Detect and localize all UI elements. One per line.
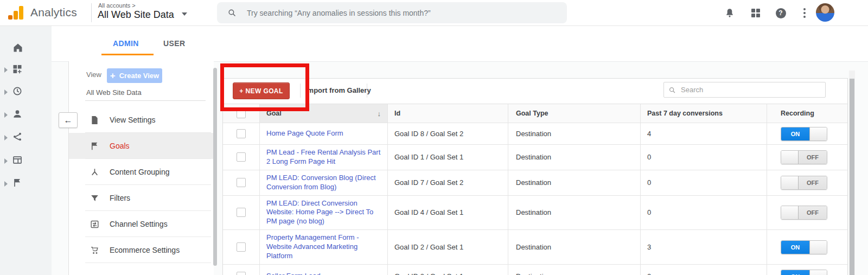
search-icon: [227, 8, 237, 17]
recording-toggle[interactable]: ON: [781, 127, 827, 141]
sidebar-item-acquisition-share[interactable]: [0, 130, 52, 145]
table-row: Property Management Form - Website Advan…: [223, 230, 847, 265]
sort-descending-icon[interactable]: ↓: [378, 110, 381, 118]
toggle-on-label: ON: [781, 241, 809, 254]
more-options-dots-icon[interactable]: [799, 7, 810, 19]
view-menu-item-view-settings[interactable]: View Settings: [69, 107, 213, 133]
collapse-back-button[interactable]: ←: [59, 112, 78, 128]
view-panel-scrollbar[interactable]: [213, 68, 217, 266]
toolbar-divider: [367, 84, 367, 98]
app-header: Analytics All accounts > All Web Site Da…: [0, 0, 868, 26]
goal-type: Destination: [516, 272, 551, 275]
clock-icon: [12, 86, 23, 99]
toggle-off-label: OFF: [799, 176, 827, 189]
recording-toggle[interactable]: OFF: [781, 150, 827, 164]
view-menu-item-goals[interactable]: Goals: [69, 133, 213, 159]
row-checkbox[interactable]: [237, 208, 246, 217]
new-goal-button[interactable]: + NEW GOAL: [233, 82, 290, 99]
recording-toggle[interactable]: ON: [781, 270, 827, 275]
goal-link[interactable]: PM Lead - Free Rental Analysis Part 2 Lo…: [266, 148, 381, 167]
goal-link[interactable]: Home Page Quote Form: [266, 129, 343, 138]
analytics-logo-icon: [8, 5, 24, 20]
table-row: Seller Form LeadGoal ID 3 / Goal Set 1De…: [223, 265, 847, 275]
conversions-count: 0: [647, 178, 651, 187]
goal-link[interactable]: PM LEAD: Direct Conversion Website: Home…: [266, 199, 381, 227]
table-row: PM LEAD: Direct Conversion Website: Home…: [223, 196, 847, 231]
view-menu-item-label: Content Grouping: [110, 168, 170, 176]
table-search-input[interactable]: [680, 85, 818, 94]
table-row: Home Page Quote FormGoal ID 8 / Goal Set…: [223, 123, 847, 145]
table-row: PM LEAD: Conversion Blog (Direct Convers…: [223, 170, 847, 196]
table-scrollbar[interactable]: [850, 79, 854, 275]
behavior-window-icon: [12, 155, 23, 168]
goal-link[interactable]: Property Management Form - Website Advan…: [266, 233, 381, 261]
active-tab-underline: [101, 54, 154, 55]
view-menu-item-content-grouping[interactable]: Content Grouping: [69, 159, 213, 185]
notifications-bell-icon[interactable]: [724, 7, 736, 19]
table-header-row: Goal ↓ Id Goal Type Past 7 day conversio…: [223, 104, 847, 123]
apps-grid-icon[interactable]: [750, 7, 762, 19]
sidebar-item-clock[interactable]: [0, 85, 52, 100]
tab-admin[interactable]: ADMIN: [113, 39, 139, 48]
toggle-on-label: ON: [781, 127, 809, 140]
goal-type: Destination: [516, 178, 551, 187]
toggle-knob: [781, 176, 799, 189]
row-checkbox[interactable]: [237, 242, 246, 252]
flag-icon: [88, 141, 100, 151]
goals-table: Goal ↓ Id Goal Type Past 7 day conversio…: [223, 104, 847, 275]
tab-user[interactable]: USER: [163, 39, 186, 48]
customization-grid-plus-icon: [12, 63, 23, 76]
audience-person-icon: [12, 108, 23, 121]
goal-link[interactable]: Seller Form Lead: [266, 272, 321, 275]
sidebar-item-audience-person[interactable]: [0, 107, 52, 123]
recording-toggle[interactable]: OFF: [781, 206, 827, 220]
goal-link[interactable]: PM LEAD: Conversion Blog (Direct Convers…: [266, 174, 381, 192]
admin-tab-bar: ADMIN USER: [52, 25, 868, 61]
table-search-box[interactable]: [663, 82, 826, 98]
global-search-input[interactable]: [246, 8, 552, 18]
left-nav-rail: [0, 25, 52, 275]
recording-toggle[interactable]: OFF: [781, 176, 827, 190]
view-menu-item-label: Channel Settings: [110, 220, 168, 228]
view-menu-item-ecommerce-settings[interactable]: Ecommerce Settings: [69, 237, 213, 263]
account-switcher[interactable]: All Web Site Data: [98, 9, 187, 21]
header-divider: [91, 3, 92, 22]
view-menu-item-label: Filters: [110, 194, 130, 202]
toggle-knob: [809, 127, 827, 140]
goal-type: Destination: [516, 243, 551, 251]
recording-toggle[interactable]: ON: [781, 240, 827, 254]
toggle-knob: [781, 206, 799, 219]
acquisition-share-icon: [12, 131, 23, 144]
row-checkbox[interactable]: [237, 152, 246, 162]
conversions-count: 0: [647, 153, 651, 161]
select-all-checkbox[interactable]: [237, 109, 246, 118]
column-header-conversions: Past 7 day conversions: [640, 104, 767, 123]
toolbar-divider: [300, 84, 301, 98]
global-search-bar[interactable]: [217, 2, 567, 23]
toggle-off-label: OFF: [799, 151, 827, 164]
row-checkbox[interactable]: [237, 272, 246, 275]
product-name: Analytics: [30, 6, 77, 19]
view-panel-divider: [85, 100, 206, 101]
sidebar-item-home[interactable]: [0, 41, 52, 56]
breadcrumb[interactable]: All accounts >: [98, 2, 136, 9]
goal-id: Goal ID 3 / Goal Set 1: [394, 272, 463, 275]
sidebar-item-conversions-flag[interactable]: [0, 176, 52, 191]
view-menu-item-label: Ecommerce Settings: [110, 246, 180, 254]
user-avatar[interactable]: [816, 3, 834, 22]
help-icon[interactable]: ?: [775, 7, 787, 19]
view-menu-item-channel-settings[interactable]: Channel Settings: [69, 211, 213, 237]
column-header-goal-type: Goal Type: [508, 104, 640, 123]
column-header-goal[interactable]: Goal ↓: [259, 104, 387, 123]
conversions-count: 0: [647, 208, 651, 216]
filter-funnel-icon: [88, 193, 100, 203]
row-checkbox[interactable]: [237, 178, 246, 187]
view-menu-item-filters[interactable]: Filters: [69, 185, 213, 211]
sidebar-item-customization-grid-plus[interactable]: [0, 62, 52, 78]
row-checkbox[interactable]: [237, 129, 246, 138]
expand-caret-icon: [4, 89, 8, 95]
account-name: All Web Site Data: [98, 9, 174, 20]
create-view-button[interactable]: + Create View: [107, 68, 162, 83]
sidebar-item-behavior-window[interactable]: [0, 154, 52, 169]
import-from-gallery-button[interactable]: Import from Gallery: [305, 86, 371, 94]
